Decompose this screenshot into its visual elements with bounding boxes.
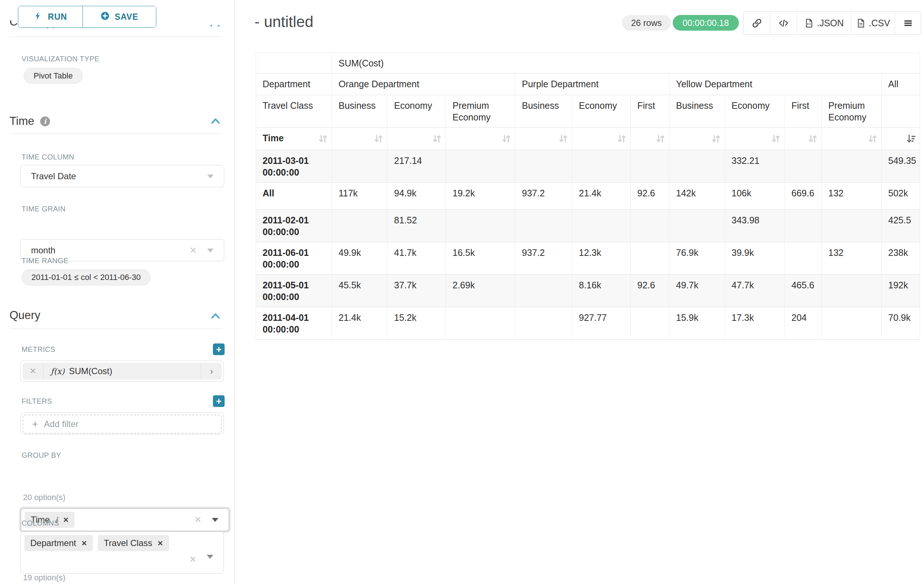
remove-chip-icon[interactable]: ✕ xyxy=(63,516,69,524)
pivot-subcol-row: Travel ClassBusinessEconomyPremium Econo… xyxy=(256,95,920,127)
pivot-value-cell: 343.98 xyxy=(725,209,785,242)
column-sort-header[interactable] xyxy=(332,127,388,150)
time-sort-header[interactable]: Time xyxy=(256,127,332,150)
visualization-type-chip[interactable]: Pivot Table xyxy=(24,68,82,84)
pivot-value-cell xyxy=(515,150,572,183)
column-sort-header[interactable] xyxy=(631,127,670,150)
pivot-value-cell xyxy=(670,209,725,242)
panel-handle-dot xyxy=(210,25,212,26)
chart-title[interactable]: - untitled xyxy=(254,13,314,31)
chip-label: Department xyxy=(30,538,76,548)
pivot-group-row: DepartmentOrange DepartmentPurple Depart… xyxy=(256,73,920,95)
pivot-value-cell xyxy=(446,150,515,183)
add-filter-dropzone[interactable]: + Add filter xyxy=(23,415,222,434)
add-metric-button[interactable]: + xyxy=(213,344,224,355)
clear-icon[interactable]: ✕ xyxy=(190,245,197,255)
clear-icon[interactable]: ✕ xyxy=(194,515,201,525)
columns-select[interactable]: Department ✕ Travel Class ✕ ✕ xyxy=(20,531,224,574)
time-column-select[interactable]: Travel Date xyxy=(20,165,224,187)
run-button-label: RUN xyxy=(48,12,67,22)
column-sort-header[interactable] xyxy=(515,127,572,150)
save-button[interactable]: SAVE xyxy=(83,6,156,27)
pivot-value-cell: 70.9k xyxy=(882,307,920,339)
column-sort-header[interactable] xyxy=(670,127,725,150)
add-filter-plus-button[interactable]: + xyxy=(213,395,224,407)
view-query-button[interactable] xyxy=(770,12,797,34)
pivot-value-cell xyxy=(785,209,822,242)
export-csv-button[interactable]: .CSV xyxy=(851,12,895,34)
more-options-button[interactable] xyxy=(895,12,921,34)
column-sort-header[interactable] xyxy=(785,127,822,150)
chevron-right-icon[interactable]: › xyxy=(201,363,222,380)
filters-label: FILTERS xyxy=(21,397,52,406)
pivot-value-cell: 2.69k xyxy=(446,275,515,307)
export-json-button[interactable]: .JSON xyxy=(797,12,851,34)
remove-metric-icon[interactable]: ✕ xyxy=(23,363,43,380)
file-icon xyxy=(804,18,814,28)
column-sort-header[interactable] xyxy=(446,127,515,150)
info-icon[interactable]: i xyxy=(40,117,50,126)
columns-chip-department[interactable]: Department ✕ xyxy=(25,535,93,551)
plus-circle-icon xyxy=(101,12,110,23)
collapse-time-section[interactable] xyxy=(210,115,221,128)
pivot-value-cell: 425.5 xyxy=(882,209,920,242)
column-sort-header[interactable] xyxy=(882,127,920,150)
remove-chip-icon[interactable]: ✕ xyxy=(81,539,87,548)
pivot-value-cell xyxy=(446,307,515,339)
time-column-label: TIME COLUMN xyxy=(21,153,74,161)
column-sort-header[interactable] xyxy=(388,127,446,150)
pivot-value-cell xyxy=(515,209,572,242)
pivot-subcol-header: Economy xyxy=(388,95,446,127)
copy-link-button[interactable] xyxy=(744,12,770,34)
sort-icon xyxy=(501,133,512,144)
pivot-value-cell: 937.2 xyxy=(515,183,572,209)
pivot-value-cell: 502k xyxy=(882,183,920,209)
sort-icon xyxy=(867,133,878,144)
query-section-heading: Query xyxy=(10,309,40,322)
column-sort-header[interactable] xyxy=(822,127,882,150)
pivot-data-row: 2011-02-01 00:00:0081.52343.98425.5 xyxy=(256,209,920,242)
pivot-value-cell: 937.2 xyxy=(515,242,572,275)
function-icon: ƒ(x) xyxy=(51,367,64,376)
time-range-chip[interactable]: 2011-01-01 ≤ col < 2011-06-30 xyxy=(21,269,150,285)
pivot-subcol-header: Business xyxy=(332,95,388,127)
pivot-value-cell xyxy=(631,242,670,275)
pivot-subcol-header: Business xyxy=(515,95,572,127)
pivot-value-cell: 19.2k xyxy=(446,183,515,209)
pivot-value-cell xyxy=(572,209,631,242)
pivot-group-header: Yellow Department xyxy=(670,73,882,95)
pivot-metric-header: SUM(Cost) xyxy=(332,53,920,73)
collapse-query-section[interactable] xyxy=(210,310,221,323)
chevron-down-icon xyxy=(207,174,214,178)
chip-label: Travel Class xyxy=(104,538,152,548)
columns-chip-travel-class[interactable]: Travel Class ✕ xyxy=(98,535,169,551)
pivot-group-header: All xyxy=(882,73,920,95)
pivot-row-label: 2011-06-01 00:00:00 xyxy=(256,242,332,275)
pivot-subcol-header xyxy=(882,95,920,127)
pivot-value-cell: 132 xyxy=(822,183,882,209)
run-button[interactable]: RUN xyxy=(18,6,83,27)
pivot-value-cell: 45.5k xyxy=(332,275,388,307)
pivot-value-cell: 549.35 xyxy=(882,150,920,183)
metric-pill[interactable]: ✕ ƒ(x) SUM(Cost) › xyxy=(23,363,222,380)
control-panel: Chart Type RUN SAVE VISUALIZATION TYPE P… xyxy=(0,0,234,584)
pivot-value-cell: 8.16k xyxy=(572,275,631,307)
sort-desc-icon xyxy=(905,133,917,144)
pivot-row-dim-header: Department xyxy=(256,73,332,95)
remove-chip-icon[interactable]: ✕ xyxy=(157,539,163,548)
pivot-value-cell: 39.9k xyxy=(725,242,785,275)
pivot-value-cell xyxy=(822,307,882,339)
pivot-value-cell: 15.9k xyxy=(670,307,725,339)
sort-icon xyxy=(655,133,666,144)
sort-icon xyxy=(616,133,627,144)
pivot-value-cell: 192k xyxy=(882,275,920,307)
save-button-label: SAVE xyxy=(115,12,139,22)
column-sort-header[interactable] xyxy=(725,127,785,150)
pivot-value-cell: 332.21 xyxy=(725,150,785,183)
pivot-subcol-header: Economy xyxy=(572,95,631,127)
pivot-subcol-header: First xyxy=(631,95,670,127)
column-sort-header[interactable] xyxy=(572,127,631,150)
clear-icon[interactable]: ✕ xyxy=(189,554,196,565)
link-icon xyxy=(752,18,762,28)
chevron-down-icon xyxy=(207,248,214,253)
